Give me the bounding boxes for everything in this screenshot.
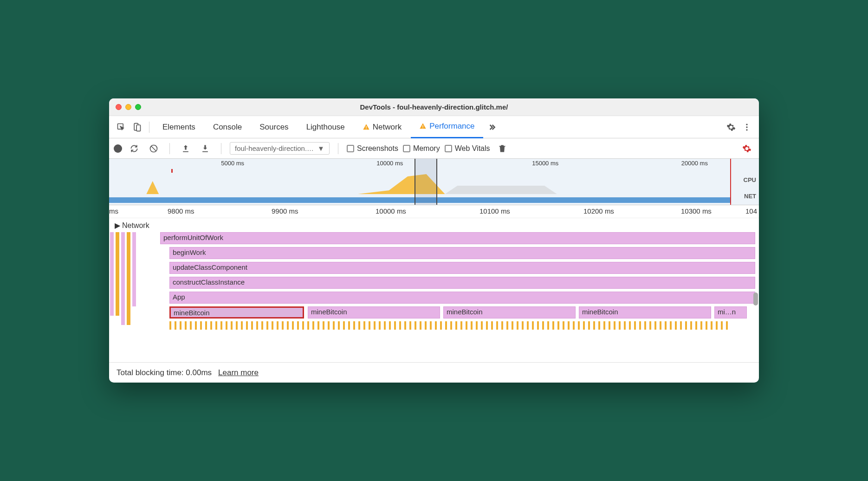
divider: [149, 122, 149, 133]
tab-network[interactable]: Network: [354, 116, 410, 138]
download-icon[interactable]: [198, 141, 213, 156]
expand-icon: ▶: [115, 221, 120, 230]
web-vitals-label: Web Vitals: [455, 144, 490, 153]
flame-bar-updateclasscomponent[interactable]: updateClassComponent: [169, 262, 755, 274]
left-flame-fragments: [109, 232, 160, 344]
close-window-button[interactable]: [116, 104, 122, 110]
tab-elements[interactable]: Elements: [154, 116, 204, 138]
total-blocking-time-label: Total blocking time: 0.00ms: [117, 368, 212, 377]
ruler-tick: 10000 ms: [376, 207, 406, 215]
flame-bar-constructclassinstance[interactable]: constructClassInstance: [169, 277, 755, 289]
flame-ruler[interactable]: ms 9800 ms 9900 ms 10000 ms 10100 ms 102…: [109, 205, 759, 218]
overview-selection[interactable]: [415, 159, 437, 205]
clear-icon[interactable]: [146, 141, 161, 156]
warning-icon: [363, 124, 370, 131]
checkbox-icon: [445, 145, 452, 152]
upload-icon[interactable]: [178, 141, 193, 156]
performance-toolbar: foul-heavenly-direction.… ▼ Screenshots …: [109, 138, 759, 159]
ruler-tick: 10300 ms: [681, 207, 712, 215]
devtools-window: DevTools - foul-heavenly-direction.glitc…: [109, 98, 759, 383]
flame-bar-minebitcoin[interactable]: mineBitcoin: [308, 306, 440, 318]
overview-tick: 10000 ms: [376, 160, 403, 167]
ruler-tick: 104: [745, 207, 757, 215]
ruler-tick: 9900 ms: [272, 207, 298, 215]
network-track-header[interactable]: ▶ Network: [113, 220, 151, 231]
flame-bar-app[interactable]: App: [169, 292, 755, 304]
ruler-tick: 9800 ms: [168, 207, 194, 215]
ruler-tick: ms: [109, 207, 118, 215]
tab-performance[interactable]: Performance: [411, 116, 483, 138]
titlebar: DevTools - foul-heavenly-direction.glitc…: [109, 98, 759, 116]
ruler-tick: 10200 ms: [583, 207, 614, 215]
screenshots-checkbox[interactable]: Screenshots: [347, 144, 398, 153]
memory-checkbox[interactable]: Memory: [403, 144, 440, 153]
tab-performance-label: Performance: [429, 122, 474, 131]
flame-chart[interactable]: ▶ Network performUnitOfWork beginWork up…: [109, 218, 759, 362]
net-label: NET: [744, 193, 756, 200]
reload-icon[interactable]: [127, 141, 142, 156]
device-toggle-icon[interactable]: [130, 120, 144, 135]
end-marker: [730, 159, 731, 205]
window-title: DevTools - foul-heavenly-direction.glitc…: [109, 103, 759, 111]
overview-labels: CPU NET: [744, 176, 756, 209]
overview-tick: 15000 ms: [532, 160, 558, 167]
checkbox-icon: [403, 145, 410, 152]
svg-point-8: [746, 126, 747, 128]
svg-point-9: [746, 129, 747, 130]
inspect-element-icon[interactable]: [114, 120, 129, 135]
divider: [221, 143, 221, 154]
kebab-menu-icon[interactable]: [739, 120, 754, 135]
footer-bar: Total blocking time: 0.00ms Learn more: [109, 362, 759, 383]
traffic-lights: [116, 104, 141, 110]
chevron-down-icon: ▼: [317, 144, 324, 152]
trash-icon[interactable]: [495, 141, 510, 156]
scrollbar-thumb[interactable]: [753, 292, 758, 306]
ruler-tick: 10100 ms: [479, 207, 510, 215]
long-task-marker: [171, 169, 173, 173]
tab-network-label: Network: [373, 123, 402, 132]
web-vitals-checkbox[interactable]: Web Vitals: [445, 144, 490, 153]
cpu-label: CPU: [744, 176, 756, 183]
divider: [338, 143, 338, 154]
main-tabbar: Elements Console Sources Lighthouse Netw…: [109, 116, 759, 138]
capture-settings-icon[interactable]: [739, 141, 754, 156]
task-ticks-row: document.write(Array.from({length:110},(…: [169, 320, 755, 331]
maximize-window-button[interactable]: [135, 104, 141, 110]
flame-bar-minebitcoin[interactable]: mineBitcoin: [579, 306, 711, 318]
timeline-overview[interactable]: 5000 ms 10000 ms 15000 ms 20000 ms CPU N…: [109, 159, 759, 205]
svg-point-7: [746, 124, 747, 125]
network-track-label: Network: [122, 221, 149, 230]
svg-rect-3: [366, 126, 366, 128]
tab-sources[interactable]: Sources: [251, 116, 297, 138]
overview-tick: 20000 ms: [681, 160, 708, 167]
settings-icon[interactable]: [724, 120, 738, 135]
learn-more-link[interactable]: Learn more: [218, 368, 259, 377]
svg-rect-2: [136, 125, 140, 131]
tab-console[interactable]: Console: [205, 116, 250, 138]
svg-rect-4: [366, 128, 366, 129]
flame-bar-minebitcoin-truncated[interactable]: mi…n: [714, 306, 747, 318]
profile-selector-label: foul-heavenly-direction.…: [235, 144, 314, 152]
more-tabs-icon[interactable]: [484, 120, 499, 135]
svg-rect-5: [423, 125, 423, 127]
flame-bar-minebitcoin-selected[interactable]: mineBitcoin: [169, 306, 304, 318]
record-button[interactable]: [114, 144, 122, 153]
tab-lighthouse[interactable]: Lighthouse: [298, 116, 353, 138]
flame-bar-beginwork[interactable]: beginWork: [169, 247, 755, 259]
checkbox-icon: [347, 145, 354, 152]
minimize-window-button[interactable]: [125, 104, 131, 110]
divider: [169, 143, 170, 154]
flame-bar-performunitofwork[interactable]: performUnitOfWork: [160, 232, 755, 244]
svg-rect-6: [423, 128, 423, 128]
profile-selector-dropdown[interactable]: foul-heavenly-direction.… ▼: [230, 142, 330, 155]
memory-label: Memory: [413, 144, 440, 153]
screenshots-label: Screenshots: [357, 144, 398, 153]
warning-icon: [419, 123, 427, 130]
overview-tick: 5000 ms: [221, 160, 244, 167]
flame-bar-minebitcoin[interactable]: mineBitcoin: [443, 306, 576, 318]
